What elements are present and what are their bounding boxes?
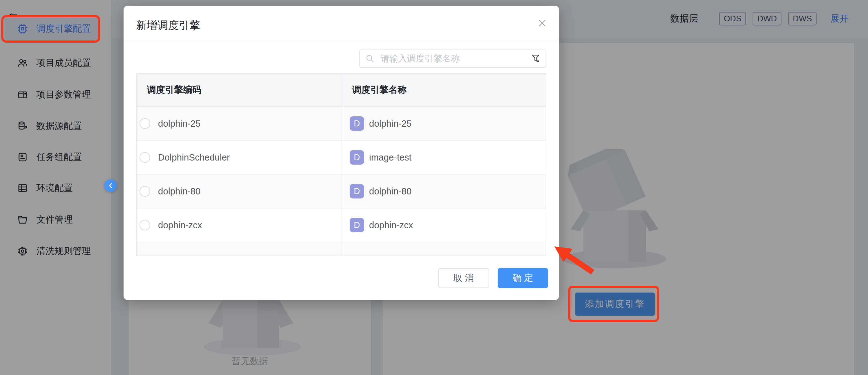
engine-code: dolphin-80 xyxy=(158,186,200,196)
table-row-partial xyxy=(137,242,546,256)
engine-code: DolphinScheduler xyxy=(158,152,230,163)
radio-button[interactable] xyxy=(140,186,150,196)
engine-code: dolphin-25 xyxy=(158,119,200,129)
add-engine-modal: 新增调度引擎 调度引擎编码 调度引擎名称 dolphin-25 D dolphi… xyxy=(124,6,559,300)
search-input[interactable] xyxy=(360,50,546,68)
radio-button[interactable] xyxy=(140,118,150,129)
column-header-engine-name: 调度引擎名称 xyxy=(342,74,546,106)
engine-avatar-badge: D xyxy=(350,184,364,198)
engine-avatar-badge: D xyxy=(350,116,364,131)
close-icon[interactable] xyxy=(536,17,549,29)
radio-button[interactable] xyxy=(140,220,150,230)
table-row[interactable]: DolphinScheduler D image-test xyxy=(137,141,546,175)
modal-title: 新增调度引擎 xyxy=(136,18,200,33)
column-header-engine-code: 调度引擎编码 xyxy=(137,74,342,106)
confirm-button[interactable]: 确 定 xyxy=(498,268,548,288)
sidebar-collapse-button[interactable] xyxy=(104,179,117,192)
modal-header: 新增调度引擎 xyxy=(124,6,559,41)
filter-funnel-icon[interactable] xyxy=(530,53,541,64)
engine-name: image-test xyxy=(369,152,411,163)
engine-avatar-badge: D xyxy=(350,218,364,232)
engine-code: dophin-zcx xyxy=(158,220,202,230)
table-row[interactable]: dophin-zcx D dophin-zcx xyxy=(137,209,546,242)
radio-button[interactable] xyxy=(140,152,150,163)
search-icon xyxy=(365,54,375,64)
table-header-row: 调度引擎编码 调度引擎名称 xyxy=(137,74,546,107)
cancel-button[interactable]: 取 消 xyxy=(438,268,489,288)
engine-avatar-badge: D xyxy=(350,150,364,165)
engine-name: dophin-zcx xyxy=(369,220,413,230)
engine-search xyxy=(360,50,546,68)
engine-table: 调度引擎编码 调度引擎名称 dolphin-25 D dolphin-25 Do… xyxy=(136,73,546,256)
app-screen: { "sidebar": { "items": [ {"label": "调度引… xyxy=(0,0,868,375)
engine-name: dolphin-80 xyxy=(369,186,411,196)
table-row[interactable]: dolphin-80 D dolphin-80 xyxy=(137,175,546,209)
engine-name: dolphin-25 xyxy=(369,119,411,129)
table-row[interactable]: dolphin-25 D dolphin-25 xyxy=(137,107,546,141)
chevron-left-icon xyxy=(107,182,114,189)
